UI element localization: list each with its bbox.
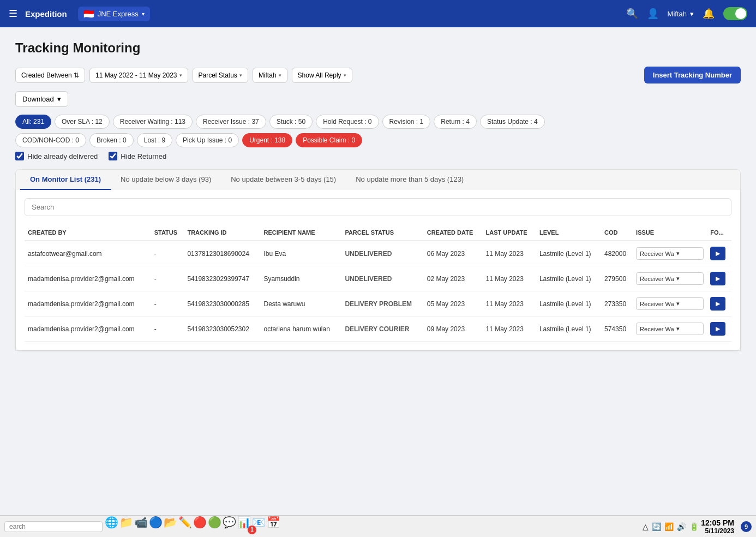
tag-receiver-waiting[interactable]: Receiver Waiting : 113 [113,115,193,129]
download-button[interactable]: Download ▾ [15,91,68,107]
clock-time: 12:05 PM [701,518,734,527]
tag-pickup-issue[interactable]: Pick Up Issue : 0 [176,133,239,147]
taskbar-folder-icon[interactable]: 📂 [164,516,177,538]
volume-icon[interactable]: 🔊 [677,522,686,531]
cell-0-8: 482000 [601,241,633,266]
parcel-chevron-icon: ▾ [239,73,242,78]
search-input[interactable] [25,198,731,216]
col-header-10: FO... [707,225,731,241]
cell-1-8: 279500 [601,266,633,291]
action-button[interactable]: ▶ [710,247,725,260]
cell-2-7: Lastmile (Level 1) [536,291,601,317]
tab-no-update-5[interactable]: No update more than 5 days (123) [346,170,473,190]
user-icon[interactable]: 👤 [647,8,659,20]
tag-revision[interactable]: Revision : 1 [382,115,431,129]
cell-2-3: Desta waruwu [260,291,341,317]
tab-no-update-3-5[interactable]: No update between 3-5 days (15) [221,170,346,190]
date-range-filter[interactable]: 11 May 2022 - 11 May 2023 ▾ [89,68,188,83]
issue-dropdown[interactable]: Receiver Wa▾ [636,247,704,260]
taskbar-pencil-icon[interactable]: ✏️ [178,516,192,538]
taskbar: 🌐 📁 📹 🔵 📂 ✏️ 🔴 🟢 💬 📊 📧 1 📅 △ 🔄 📶 🔊 🔋 12:… [0,515,756,537]
col-header-2: TRACKING ID [184,225,260,241]
checkbox-row: Hide already delivered Hide Returned [15,152,741,160]
tab-monitor[interactable]: On Monitor List (231) [20,170,111,190]
col-header-4: PARCEL STATUS [341,225,423,241]
tag-urgent[interactable]: Urgent : 138 [242,133,292,147]
col-header-6: LAST UPDATE [482,225,536,241]
tag-row-1: All: 231Over SLA : 12Receiver Waiting : … [15,115,741,129]
cell-0-0: astafootwear@gmail.com [25,241,151,266]
cell-3-2: 54198323030052302 [184,317,260,342]
action-button[interactable]: ▶ [710,297,725,311]
tab-no-update-3[interactable]: No update below 3 days (93) [111,170,221,190]
search-icon[interactable]: 🔍 [626,8,638,20]
hide-returned-text: Hide Returned [121,152,166,160]
filter-bar: Created Between ⇅ 11 May 2022 - 11 May 2… [15,67,741,83]
brand-selector[interactable]: 🇮🇩 JNE Express ▾ [78,7,150,21]
cell-action-2: ▶ [707,291,731,317]
cell-1-0: madamdenisa.provider2@gmail.com [25,266,151,291]
tag-lost[interactable]: Lost : 9 [137,133,172,147]
issue-dropdown[interactable]: Receiver Wa▾ [636,272,704,285]
cell-0-2: 01378123018690024 [184,241,260,266]
taskbar-mail-icon-wrapper: 📧 1 [252,516,266,538]
taskbar-chrome-icon[interactable]: 🔵 [149,516,163,538]
hide-delivered-label[interactable]: Hide already delivered [15,152,98,160]
hide-returned-label[interactable]: Hide Returned [109,152,166,160]
navbar-title: Expedition [25,9,67,19]
hide-returned-checkbox[interactable] [109,152,117,160]
issue-dropdown[interactable]: Receiver Wa▾ [636,297,704,310]
tag-all[interactable]: All: 231 [15,115,51,129]
cell-1-1: - [151,266,184,291]
cell-2-2: 54198323030000285 [184,291,260,317]
insert-tracking-button[interactable]: Insert Tracking Number [644,67,741,83]
taskbar-slack-icon[interactable]: 💬 [223,516,236,538]
taskbar-zoom-icon[interactable]: 📹 [134,516,148,538]
hide-delivered-checkbox[interactable] [15,152,24,160]
tag-status-update[interactable]: Status Update : 4 [480,115,545,129]
battery-icon: 🔋 [689,522,699,531]
issue-dropdown[interactable]: Receiver Wa▾ [636,323,704,335]
tag-hold-request[interactable]: Hold Request : 0 [316,115,379,129]
tag-receiver-issue[interactable]: Receiver Issue : 37 [196,115,266,129]
page-title: Tracking Monitoring [15,40,741,56]
cell-1-6: 11 May 2023 [482,266,536,291]
col-header-5: CREATED DATE [424,225,483,241]
cell-issue-1: Receiver Wa▾ [633,266,707,291]
issue-chevron-icon: ▾ [676,250,680,257]
user-filter[interactable]: Miftah ▾ [253,68,287,83]
action-button[interactable]: ▶ [710,272,725,285]
parcel-status-filter[interactable]: Parcel Status ▾ [193,68,248,83]
date-range-value: 11 May 2022 - 11 May 2023 [95,71,177,79]
table-row: madamdenisa.provider2@gmail.com-54198323… [25,291,731,317]
cell-issue-0: Receiver Wa▾ [633,241,707,266]
cell-3-7: Lastmile (Level 1) [536,317,601,342]
created-between-filter[interactable]: Created Between ⇅ [15,68,85,83]
tag-cod[interactable]: COD/NON-COD : 0 [15,133,86,147]
taskbar-g-icon[interactable]: 🟢 [208,516,221,538]
cell-1-2: 54198323029399747 [184,266,260,291]
menu-icon[interactable]: ☰ [9,8,17,20]
refresh-icon[interactable]: 🔄 [652,522,661,531]
main-content: Tracking Monitoring Created Between ⇅ 11… [0,27,756,537]
tag-over-sla[interactable]: Over SLA : 12 [55,115,110,129]
taskbar-explorer-icon[interactable]: 📁 [119,516,133,538]
show-reply-filter[interactable]: Show All Reply ▾ [292,68,352,83]
col-header-8: COD [601,225,633,241]
theme-toggle[interactable] [723,7,747,20]
action-button[interactable]: ▶ [710,322,725,336]
tag-stuck[interactable]: Stuck : 50 [269,115,313,129]
tag-claim[interactable]: Possible Claim : 0 [296,133,362,147]
taskbar-search[interactable] [4,521,103,532]
flag-icon: 🇮🇩 [83,9,94,19]
chevron-down-icon: ▾ [142,11,145,17]
tabs-wrapper: On Monitor List (231)No update below 3 d… [15,169,741,351]
cell-2-4: DELIVERY PROBLEM [341,291,423,317]
taskbar-browser-icon[interactable]: 🌐 [105,516,118,538]
taskbar-calendar-icon[interactable]: 📅 [267,516,280,538]
tag-broken[interactable]: Broken : 0 [89,133,134,147]
taskbar-opera-icon[interactable]: 🔴 [193,516,207,538]
user-menu[interactable]: Miftah ▾ [668,10,694,18]
tag-return[interactable]: Return : 4 [434,115,477,129]
bell-icon[interactable]: 🔔 [703,8,715,20]
